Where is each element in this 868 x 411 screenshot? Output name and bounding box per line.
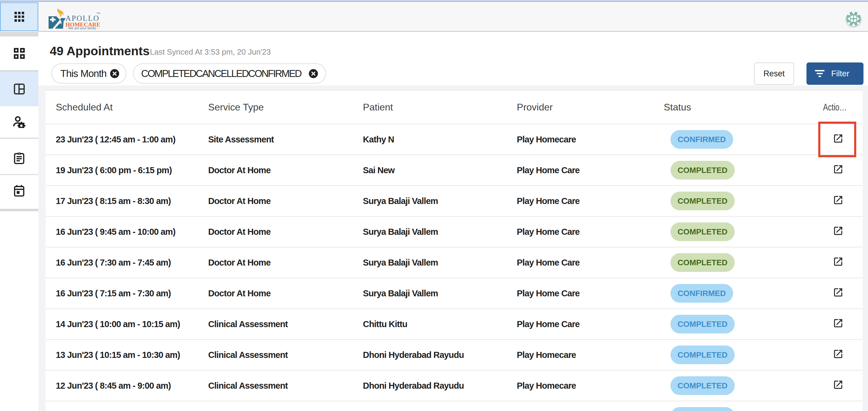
svg-text:APOLLO: APOLLO	[65, 14, 99, 22]
svg-text:—We are your family—: —We are your family—	[65, 26, 99, 30]
svg-text:TM: TM	[96, 12, 100, 14]
